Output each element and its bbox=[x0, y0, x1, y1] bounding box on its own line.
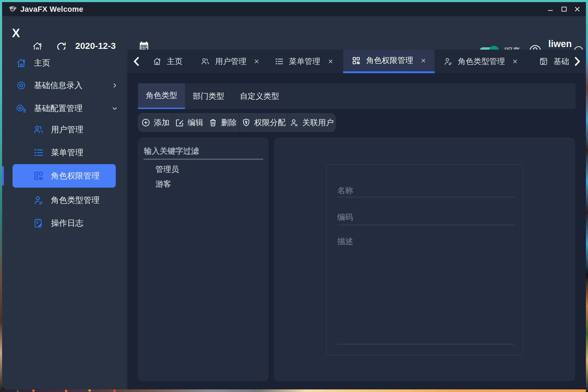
app-window: JavaFX Welcome X bbox=[2, 2, 586, 389]
user-name: liwen bbox=[548, 39, 574, 49]
tab-user-management[interactable]: 用户管理 bbox=[193, 50, 267, 73]
window-title: JavaFX Welcome bbox=[20, 2, 83, 16]
home-icon bbox=[152, 57, 162, 66]
gear-config-icon bbox=[16, 103, 27, 114]
role-grid-icon bbox=[33, 170, 44, 181]
menu-list-icon bbox=[274, 57, 284, 66]
tab-role-permission[interactable]: 角色权限管理 bbox=[343, 50, 435, 73]
tab-close-icon[interactable] bbox=[420, 58, 426, 64]
role-detail-panel: 名称 编码 描述 bbox=[274, 138, 575, 381]
sidebar: 主页 基础信息录入 bbox=[2, 50, 127, 389]
users-icon bbox=[200, 57, 210, 66]
header-toolbar: X 2020-12-3 bbox=[2, 16, 586, 50]
name-field-underline bbox=[337, 197, 514, 197]
tab-basic-truncated[interactable]: 基础 bbox=[533, 50, 575, 73]
code-field[interactable]: 编码 bbox=[337, 212, 353, 223]
tab-close-icon[interactable] bbox=[254, 59, 260, 64]
document-tabbar: 主页 用户管理 bbox=[127, 50, 586, 73]
desktop-wallpaper-top bbox=[0, 0, 588, 2]
subtab-custom-type[interactable]: 自定义类型 bbox=[232, 83, 287, 109]
subtab-department-type[interactable]: 部门类型 bbox=[185, 83, 232, 109]
tab-close-icon[interactable] bbox=[328, 59, 333, 64]
role-grid-icon bbox=[351, 56, 361, 65]
close-button[interactable] bbox=[574, 6, 581, 13]
sidebar-item-menu-management[interactable]: 菜单管理 bbox=[2, 141, 127, 164]
screen: JavaFX Welcome X bbox=[0, 0, 588, 392]
titlebar: JavaFX Welcome bbox=[2, 2, 586, 16]
sidebar-item-role-permission[interactable]: 角色权限管理 bbox=[2, 164, 127, 188]
desktop-wallpaper-bottom bbox=[2, 389, 586, 392]
action-toolbar: 添加 编辑 bbox=[138, 113, 336, 132]
log-icon bbox=[33, 218, 44, 229]
tab-scroll-left-icon[interactable] bbox=[131, 56, 142, 67]
delete-icon bbox=[208, 118, 218, 127]
app-logo-icon bbox=[8, 5, 17, 13]
subtab-role-type[interactable]: 角色类型 bbox=[138, 83, 185, 109]
permission-icon bbox=[241, 118, 251, 127]
brand-x-logo[interactable]: X bbox=[10, 26, 22, 40]
edit-button[interactable]: 编辑 bbox=[172, 113, 205, 132]
chevron-right-icon bbox=[112, 83, 118, 88]
role-type-icon bbox=[443, 57, 453, 66]
tab-role-type[interactable]: 角色类型管理 bbox=[442, 50, 520, 73]
link-user-button[interactable]: 关联用户 bbox=[287, 113, 336, 132]
chevron-down-icon bbox=[112, 106, 118, 111]
code-field-underline bbox=[337, 225, 514, 225]
maximize-button[interactable] bbox=[561, 6, 568, 13]
desktop-wallpaper-left bbox=[0, 2, 2, 392]
role-tree-panel: 输入关键字过滤 管理员 游客 bbox=[138, 138, 268, 381]
sidebar-item-operation-log[interactable]: 操作日志 bbox=[2, 211, 127, 235]
add-icon bbox=[141, 118, 151, 127]
keyword-filter-input[interactable]: 输入关键字过滤 bbox=[144, 146, 199, 157]
link-user-icon bbox=[290, 118, 299, 127]
assign-permission-button[interactable]: 权限分配 bbox=[239, 113, 287, 132]
tree-item-admin[interactable]: 管理员 bbox=[155, 164, 179, 175]
minimize-button[interactable] bbox=[547, 6, 554, 13]
description-field-underline bbox=[337, 344, 514, 344]
description-field[interactable]: 描述 bbox=[337, 236, 353, 247]
sidebar-item-role-type[interactable]: 角色类型管理 bbox=[2, 188, 127, 212]
menu-list-icon bbox=[33, 147, 44, 158]
main-area: 主页 用户管理 bbox=[127, 50, 586, 389]
role-form: 名称 编码 描述 bbox=[326, 164, 524, 355]
sidebar-item-basic-info-entry[interactable]: 基础信息录入 bbox=[2, 74, 127, 97]
tab-content: 角色类型 部门类型 自定义类型 添加 bbox=[127, 73, 586, 389]
role-type-icon bbox=[33, 195, 44, 206]
tab-home[interactable]: 主页 bbox=[146, 50, 189, 73]
home-icon bbox=[16, 57, 27, 68]
category-subtabs: 角色类型 部门类型 自定义类型 bbox=[138, 83, 575, 109]
name-field[interactable]: 名称 bbox=[337, 185, 353, 196]
users-icon bbox=[33, 124, 44, 135]
add-button[interactable]: 添加 bbox=[138, 113, 172, 132]
selected-item-accent-bar bbox=[2, 166, 4, 186]
sidebar-item-home[interactable]: 主页 bbox=[2, 51, 127, 75]
sidebar-item-user-management[interactable]: 用户管理 bbox=[2, 118, 127, 141]
tab-close-icon[interactable] bbox=[512, 59, 518, 64]
tab-scroll-right-icon[interactable] bbox=[572, 56, 583, 67]
app-window-icon bbox=[539, 57, 548, 66]
tab-menu-management[interactable]: 菜单管理 bbox=[268, 50, 340, 73]
filter-underline bbox=[143, 159, 263, 159]
sidebar-item-basic-config[interactable]: 基础配置管理 bbox=[2, 97, 127, 120]
edit-icon bbox=[175, 118, 184, 127]
tree-item-guest[interactable]: 游客 bbox=[155, 178, 171, 190]
delete-button[interactable]: 删除 bbox=[205, 113, 239, 132]
desktop-wallpaper-right bbox=[586, 2, 588, 392]
gear-icon bbox=[16, 80, 27, 91]
